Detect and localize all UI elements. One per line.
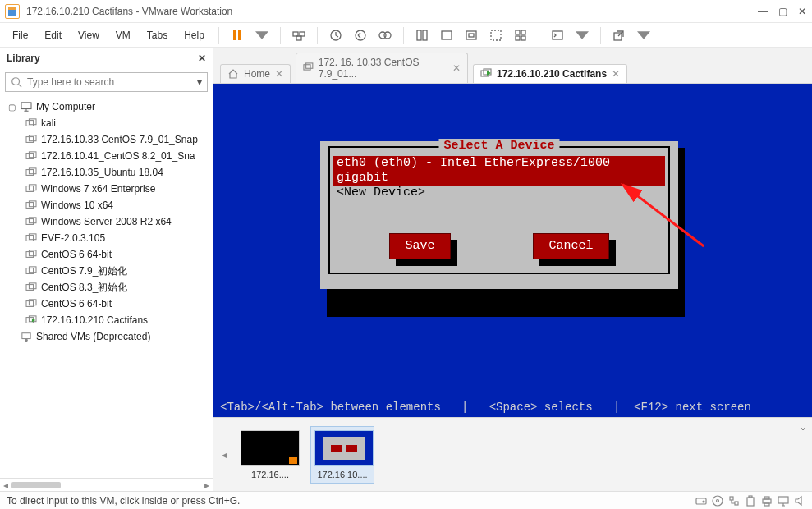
tree-vm-item[interactable]: CentOS 7.9_初始化: [0, 263, 213, 279]
svg-rect-45: [29, 267, 36, 273]
console-dropdown-icon[interactable]: [574, 27, 590, 44]
vm-icon: [25, 199, 38, 211]
snapshot-take-button[interactable]: [328, 27, 344, 44]
svg-rect-72: [764, 503, 769, 506]
cd-icon[interactable]: [712, 495, 723, 507]
tree-vm-item[interactable]: 172.16.10.41_CentOS 8.2_01_Sna: [0, 148, 213, 164]
tree-label: 172.16.10.33 CentOS 7.9_01_Snap: [41, 134, 198, 145]
display-icon[interactable]: [778, 495, 789, 507]
tab-close-icon[interactable]: ✕: [452, 62, 461, 74]
device-option-new[interactable]: <New Device>: [333, 186, 665, 200]
tree-vm-item[interactable]: CentOS 8.3_初始化: [0, 279, 213, 296]
popout-button[interactable]: [611, 27, 627, 44]
menu-edit[interactable]: Edit: [39, 26, 67, 44]
scroll-right-icon[interactable]: ▸: [204, 479, 209, 491]
maximize-button[interactable]: ▢: [778, 6, 787, 17]
view-stretch-button[interactable]: [512, 27, 529, 44]
tree-label: Windows 10 x64: [41, 199, 113, 211]
view-single-button[interactable]: [414, 27, 430, 44]
expander-icon[interactable]: [7, 332, 16, 342]
tree-vm-item[interactable]: 172.16.10.33 CentOS 7.9_01_Snap: [0, 131, 213, 148]
library-title: Library: [7, 53, 40, 64]
tree-label: 172.16.10.35_Ubuntu 18.04: [41, 167, 163, 178]
close-button[interactable]: ✕: [797, 6, 807, 17]
tree-vm-item[interactable]: Windows 7 x64 Enterprise: [0, 181, 213, 197]
menu-view[interactable]: View: [72, 26, 105, 44]
tree-label: 172.16.10.210 Cactifans: [41, 314, 148, 326]
svg-rect-41: [29, 234, 36, 240]
view-unity-button[interactable]: [488, 27, 504, 44]
scroll-left-icon[interactable]: ◂: [3, 479, 8, 491]
tab-vm-active[interactable]: 172.16.10.210 Cactifans ✕: [473, 64, 627, 83]
library-close-button[interactable]: ✕: [198, 53, 206, 64]
tree-vm-item[interactable]: kali: [0, 115, 213, 131]
sound-icon[interactable]: [794, 495, 805, 507]
vm-console[interactable]: Select A Device eth0 (eth0) - Intel Ethe…: [213, 84, 812, 417]
thumbs-prev-button[interactable]: ◂: [218, 449, 230, 461]
tab-vm-1[interactable]: 172. 16. 10.33 CentOS 7.9_01... ✕: [296, 53, 468, 83]
menu-help[interactable]: Help: [178, 26, 210, 44]
menu-tabs[interactable]: Tabs: [141, 26, 173, 44]
thumb-vm-1[interactable]: 172.16....: [238, 430, 302, 479]
view-fullscreen-button[interactable]: [463, 27, 479, 44]
library-hscroll[interactable]: ◂ ▸: [0, 478, 213, 491]
search-input[interactable]: [27, 76, 192, 88]
search-dropdown-icon[interactable]: ▾: [197, 76, 202, 88]
device-option-eth0[interactable]: eth0 (eth0) - Intel EtherExpress/1000 gi…: [333, 156, 665, 186]
vm-icon: [25, 117, 38, 129]
power-dropdown-icon[interactable]: [254, 27, 270, 44]
tab-close-icon[interactable]: ✕: [612, 68, 620, 80]
svg-point-54: [25, 339, 28, 342]
thumbnail-image: [241, 430, 300, 466]
tree-vm-item[interactable]: Windows 10 x64: [0, 197, 213, 213]
expander-icon[interactable]: ▢: [7, 103, 16, 112]
printer-icon[interactable]: [761, 495, 773, 507]
svg-rect-10: [417, 30, 421, 40]
tab-home[interactable]: Home ✕: [220, 64, 291, 83]
svg-rect-56: [306, 63, 313, 68]
tree-vm-item[interactable]: 172.16.10.35_Ubuntu 18.04: [0, 164, 213, 181]
svg-rect-48: [26, 301, 34, 307]
vm-icon: [25, 167, 38, 178]
tree-vm-item[interactable]: Windows Server 2008 R2 x64: [0, 213, 213, 230]
tree-vm-item[interactable]: CentOS 6 64-bit: [0, 296, 213, 312]
menu-file[interactable]: File: [7, 26, 34, 44]
tree-vm-item[interactable]: EVE-2.0.3.105: [0, 230, 213, 246]
home-icon: [227, 68, 239, 80]
tab-label: 172. 16. 10.33 CentOS 7.9_01...: [319, 57, 447, 80]
console-settings-button[interactable]: [549, 27, 566, 44]
disk-icon[interactable]: [695, 495, 707, 507]
menu-vm[interactable]: VM: [110, 26, 136, 44]
popout-dropdown-icon[interactable]: [635, 27, 652, 44]
svg-rect-20: [553, 31, 562, 39]
svg-rect-31: [29, 152, 36, 158]
tree-shared-vms[interactable]: Shared VMs (Deprecated): [0, 328, 213, 345]
svg-rect-16: [516, 30, 520, 34]
tree-root-my-computer[interactable]: ▢ My Computer: [0, 99, 213, 115]
svg-rect-38: [26, 219, 34, 225]
save-button[interactable]: Save: [389, 233, 450, 259]
tab-close-icon[interactable]: ✕: [275, 68, 283, 80]
vm-icon: [25, 134, 38, 145]
snapshot-revert-button[interactable]: [352, 27, 369, 44]
snapshot-manager-button[interactable]: [377, 27, 393, 44]
minimize-button[interactable]: —: [758, 6, 768, 17]
network-icon[interactable]: [728, 495, 740, 507]
tree-label: CentOS 6 64-bit: [41, 249, 112, 260]
scroll-thumb[interactable]: [11, 482, 61, 488]
svg-marker-2: [255, 31, 268, 39]
tree-vm-item-active[interactable]: 172.16.10.210 Cactifans: [0, 312, 213, 328]
svg-marker-21: [576, 31, 589, 39]
library-search[interactable]: ▾: [5, 72, 208, 92]
svg-point-24: [12, 78, 20, 85]
toolbar-separator: [280, 27, 281, 44]
usb-icon[interactable]: [745, 495, 756, 507]
view-console-button[interactable]: [438, 27, 455, 44]
thumbs-collapse-button[interactable]: ⌄: [799, 421, 807, 433]
cancel-button[interactable]: Cancel: [533, 233, 608, 259]
tree-vm-item[interactable]: CentOS 6 64-bit: [0, 246, 213, 263]
pause-vm-button[interactable]: [229, 27, 245, 44]
send-ctrl-alt-del-button[interactable]: [291, 27, 307, 44]
thumb-vm-active[interactable]: 172.16.10....: [310, 426, 374, 484]
svg-rect-49: [29, 300, 36, 305]
